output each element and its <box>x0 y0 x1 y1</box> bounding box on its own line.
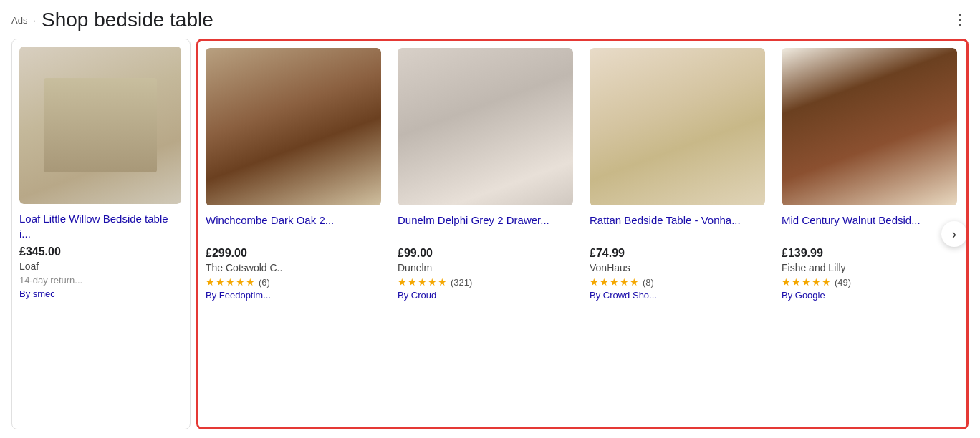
product-card-mid[interactable]: Mid Century Walnut Bedsid... £139.99 Fis… <box>774 41 966 427</box>
product-name-winch: Winchcombe Dark Oak 2... <box>206 213 381 243</box>
more-options-icon[interactable]: ⋮ <box>952 11 969 29</box>
product-ad-by-mid: By Google <box>782 290 957 301</box>
product-price-winch: £299.00 <box>206 247 381 260</box>
product-stars-dunelm: ★★★★★ <box>398 276 448 288</box>
product-image-placeholder-rattan <box>590 48 765 205</box>
product-image-mid <box>782 48 957 205</box>
product-seller-mid: Fishe and Lilly <box>782 262 957 273</box>
product-name-mid: Mid Century Walnut Bedsid... <box>782 213 957 243</box>
product-card-loaf[interactable]: Loaf Little Willow Bedside table i... £3… <box>11 39 191 429</box>
product-image-placeholder-loaf <box>19 47 181 204</box>
page-title: Shop bedside table <box>42 9 213 31</box>
ads-label: Ads <box>11 15 27 26</box>
product-name-rattan: Rattan Bedside Table - Vonha... <box>590 213 765 243</box>
product-image-loaf <box>19 47 181 204</box>
product-stars-rattan: ★★★★★ <box>590 276 640 288</box>
product-seller-dunelm: Dunelm <box>398 262 573 273</box>
product-stars-row-mid: ★★★★★ (49) <box>782 276 957 288</box>
header-left: Ads · Shop bedside table <box>11 9 213 31</box>
product-card-rattan[interactable]: Rattan Bedside Table - Vonha... £74.99 V… <box>582 41 774 427</box>
product-review-count-dunelm: (321) <box>451 277 472 288</box>
product-stars-winch: ★★★★★ <box>206 276 256 288</box>
products-row: Loaf Little Willow Bedside table i... £3… <box>11 39 969 429</box>
product-return-loaf: 14-day return... <box>19 275 181 286</box>
product-image-rattan <box>590 48 765 205</box>
product-stars-row-dunelm: ★★★★★ (321) <box>398 276 573 288</box>
product-price-mid: £139.99 <box>782 247 957 260</box>
product-stars-row-winch: ★★★★★ (6) <box>206 276 381 288</box>
product-seller-rattan: VonHaus <box>590 262 765 273</box>
product-price-loaf: £345.00 <box>19 245 181 258</box>
product-review-count-mid: (49) <box>835 277 851 288</box>
product-ad-by-rattan: By Crowd Sho... <box>590 290 765 301</box>
product-price-rattan: £74.99 <box>590 247 765 260</box>
dot-separator: · <box>33 15 36 26</box>
product-stars-row-rattan: ★★★★★ (8) <box>590 276 765 288</box>
product-name-dunelm: Dunelm Delphi Grey 2 Drawer... <box>398 213 573 243</box>
product-stars-mid: ★★★★★ <box>782 276 832 288</box>
red-border-container: Winchcombe Dark Oak 2... £299.00 The Cot… <box>196 39 969 429</box>
product-review-count-winch: (6) <box>259 277 270 288</box>
product-card-winch[interactable]: Winchcombe Dark Oak 2... £299.00 The Cot… <box>198 41 390 427</box>
product-card-dunelm[interactable]: Dunelm Delphi Grey 2 Drawer... £99.00 Du… <box>390 41 582 427</box>
product-review-count-rattan: (8) <box>643 277 654 288</box>
product-image-winch <box>206 48 381 205</box>
product-ad-by-winch: By Feedoptim... <box>206 290 381 301</box>
product-image-placeholder-dunelm <box>398 48 573 205</box>
product-seller-loaf: Loaf <box>19 261 181 272</box>
product-price-dunelm: £99.00 <box>398 247 573 260</box>
product-image-placeholder-mid <box>782 48 957 205</box>
next-arrow-button[interactable]: › <box>941 221 967 247</box>
product-name-loaf: Loaf Little Willow Bedside table i... <box>19 211 181 241</box>
product-ad-by-dunelm: By Croud <box>398 290 573 301</box>
product-ad-by-loaf: By smec <box>19 288 181 299</box>
page-header: Ads · Shop bedside table ⋮ <box>11 9 969 31</box>
product-image-dunelm <box>398 48 573 205</box>
product-image-placeholder-winch <box>206 48 381 205</box>
product-seller-winch: The Cotswold C.. <box>206 262 381 273</box>
